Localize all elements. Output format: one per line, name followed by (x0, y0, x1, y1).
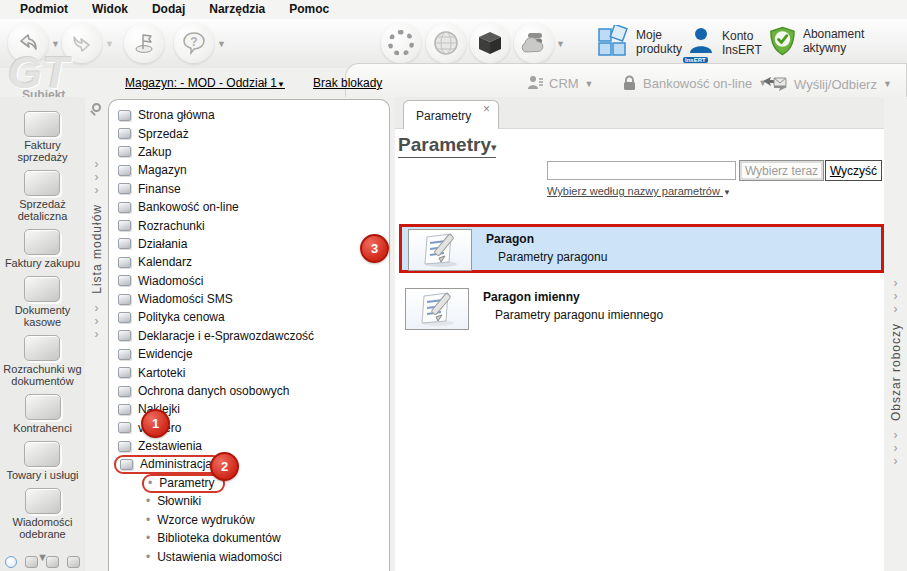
chevron-right-icon: › (95, 184, 99, 196)
module-dokumenty-kasowe[interactable]: Dokumentykasowe (15, 276, 71, 328)
module-sprzedaz-detaliczna[interactable]: Sprzedażdetaliczna (18, 170, 68, 222)
sync-button[interactable] (381, 23, 421, 63)
tree-item-ustawienia-wiadomosci[interactable]: •Ustawienia wiadomości (109, 547, 389, 565)
cloud-dropdown-caret[interactable]: ▼ (556, 39, 565, 49)
module-rozrachunki-wg-dokumentow[interactable]: Rozrachunki wgdokumentów (3, 335, 81, 387)
note-pencil-icon (405, 288, 469, 330)
bullet-icon: • (146, 494, 150, 508)
magazyn-selector-link[interactable]: Magazyn: - MOD - Oddział 1▼ (125, 76, 285, 90)
filter-by-name-link[interactable]: Wybierz według nazwy parametrów ▼ (547, 185, 731, 197)
menu-pomoc[interactable]: Pomoc (277, 1, 341, 18)
labels-icon (118, 404, 131, 415)
cube-icon (476, 29, 504, 57)
tree-item-strona-glowna[interactable]: Strona główna (109, 106, 389, 124)
bullet-icon: • (148, 476, 152, 490)
tree-item-magazyn[interactable]: Magazyn (109, 161, 389, 179)
coins-icon (24, 111, 60, 137)
tree-item-administracja[interactable]: Administracja (109, 455, 389, 473)
tree-item-wiadomosci[interactable]: Wiadomości (109, 272, 389, 290)
moje-produkty-label-1: Moje (636, 28, 662, 42)
tree-item-wzorce-wydrukow[interactable]: •Wzorce wydruków (109, 511, 389, 529)
crm-button[interactable]: CRM ▼ (527, 75, 594, 92)
basket-small-icon[interactable] (46, 556, 59, 568)
tree-item-sprzedaz[interactable]: Sprzedaż (109, 124, 389, 142)
chevron-right-icon: › (894, 290, 898, 302)
menu-podmiot[interactable]: Podmiot (8, 1, 80, 18)
coins-small-icon[interactable] (25, 556, 38, 568)
menu-dodaj[interactable]: Dodaj (140, 1, 197, 18)
parameter-search-input[interactable] (547, 161, 736, 180)
flag-button[interactable] (124, 23, 164, 63)
result-paragon-imienny[interactable]: Paragon imienny Parametry paragonu imien… (399, 285, 884, 334)
tree-item-biblioteka-dokumentow[interactable]: •Biblioteka dokumentów (109, 529, 389, 547)
blokada-link[interactable]: Brak blokady (313, 76, 382, 90)
close-icon[interactable]: × (483, 102, 490, 116)
bankowosc-label: Bankowość on-line (643, 76, 752, 91)
konto-insert-label-2: InsERT (722, 43, 762, 57)
tree-item-parametry[interactable]: •Parametry (109, 474, 389, 492)
crm-person-icon (527, 75, 543, 92)
help-dropdown-caret[interactable]: ▼ (217, 39, 226, 49)
circle-icon[interactable] (5, 556, 17, 568)
archive-button[interactable] (470, 23, 510, 63)
tree-item-zestawienia[interactable]: Zestawienia (109, 437, 389, 455)
konto-insert-button[interactable]: InsERT KontoInsERT (686, 25, 762, 61)
parametry-red-outline: •Parametry (142, 474, 225, 493)
result-subtitle: Parametry paragonu imiennego (495, 308, 663, 322)
tree-item-slowniki[interactable]: •Słowniki (109, 492, 389, 510)
cloud-services-button[interactable] (514, 23, 554, 63)
title-caret-icon: ▾ (491, 141, 497, 153)
reports-icon (118, 441, 131, 452)
tree-item-ochrona-danych[interactable]: Ochrona danych osobowych (109, 382, 389, 400)
module-faktury-sprzedazy[interactable]: Fakturysprzedaży (17, 111, 67, 163)
module-sidebar: Fakturysprzedaży Sprzedażdetaliczna Fakt… (0, 97, 85, 571)
menu-widok[interactable]: Widok (80, 1, 140, 18)
module-wiadomosci-odebrane[interactable]: Wiadomościodebrane (13, 488, 73, 540)
filter-caret-icon: ▼ (723, 188, 731, 197)
crm-label: CRM (549, 76, 579, 91)
tree-item-polityka-cenowa[interactable]: Polityka cenowa (109, 308, 389, 326)
tree-item-deklaracje[interactable]: Deklaracje i e-Sprawozdawczość (109, 327, 389, 345)
module-towary-i-uslugi[interactable]: Towary i usługi (6, 441, 78, 481)
wyslij-odbierz-button[interactable]: Wyślij/Odbierz ▼ (762, 75, 892, 93)
obszar-roboczy-strip[interactable]: › › › Obszar roboczy › › › (884, 97, 907, 571)
tree-item-rozrachunki[interactable]: Rozrachunki (109, 216, 389, 234)
tree-item-kartoteki[interactable]: Kartoteki (109, 363, 389, 381)
settlements-icon (118, 220, 131, 231)
help-button[interactable]: ? (174, 23, 214, 63)
forward-dropdown-caret[interactable]: ▼ (105, 39, 114, 49)
padlock-icon (622, 75, 637, 91)
tree-item-finanse[interactable]: Finanse (109, 180, 389, 198)
page-title[interactable]: Parametry▾ (398, 134, 496, 158)
green-shield-check-icon (768, 25, 797, 57)
status-bar: Magazyn: - MOD - Oddział 1▼ Brak blokady… (0, 68, 907, 97)
tree-item-wiadomosci-sms[interactable]: Wiadomości SMS (109, 290, 389, 308)
tree-item-dzialania[interactable]: Działania (109, 235, 389, 253)
svg-text:?: ? (190, 35, 197, 49)
wyczysc-button[interactable]: Wyczyść (825, 160, 882, 181)
tab-parametry[interactable]: Parametry × (403, 100, 499, 129)
cash-icon (24, 276, 60, 302)
tree-item-ewidencje[interactable]: Ewidencje (109, 345, 389, 363)
main-panel: Parametry × Parametry▾ Wybierz teraz Wyc… (395, 97, 884, 571)
bankowosc-button[interactable]: Bankowość on-line ▼ (622, 75, 767, 91)
module-kontrahenci[interactable]: Kontrahenci (13, 394, 72, 434)
online-button[interactable] (426, 23, 466, 63)
lista-modulow-strip[interactable]: › › › Lista modułów › › › (85, 97, 108, 571)
result-paragon[interactable]: Paragon Parametry paragonu (399, 224, 884, 273)
box-small-icon[interactable] (67, 556, 80, 568)
tree-item-bankowosc-online[interactable]: Bankowość on-line (109, 198, 389, 216)
abonament-button[interactable]: Abonament aktywny (768, 25, 907, 57)
module-faktury-zakupu[interactable]: Faktury zakupu (5, 229, 80, 269)
menu-narzedzia[interactable]: Narzędzia (197, 1, 277, 18)
tab-bar: Parametry × (395, 97, 884, 129)
pin-icon[interactable] (92, 103, 101, 112)
result-title: Paragon imienny (483, 290, 580, 304)
wybierz-teraz-button[interactable]: Wybierz teraz (739, 160, 824, 181)
tree-item-kalendarz[interactable]: Kalendarz (109, 253, 389, 271)
moje-produkty-button[interactable]: Mojeprodukty (596, 25, 682, 59)
abonament-label: Abonament aktywny (803, 27, 907, 55)
gdpr-icon (118, 386, 131, 397)
tree-item-zakup[interactable]: Zakup (109, 143, 389, 161)
chevron-right-icon: › (95, 171, 99, 183)
